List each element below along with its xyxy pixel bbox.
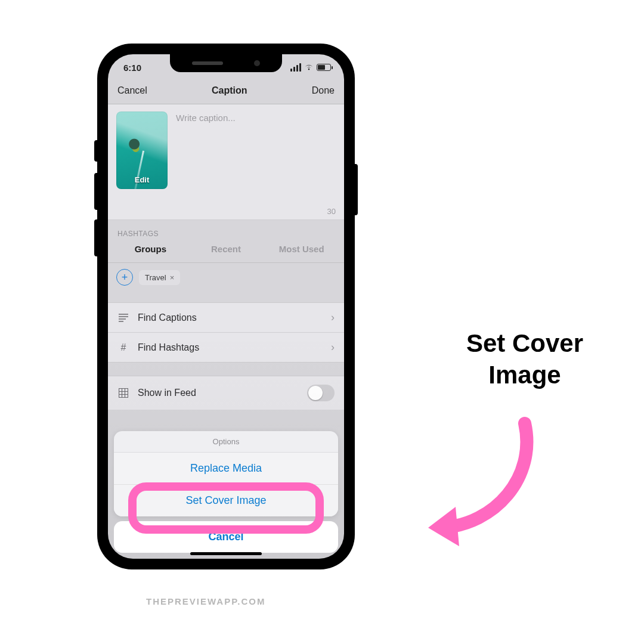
- feed-list: Show in Feed: [108, 376, 344, 410]
- grid-icon: [117, 388, 129, 398]
- wifi-icon: [304, 64, 314, 71]
- sheet-cancel[interactable]: Cancel: [114, 521, 338, 553]
- chevron-right-icon: ›: [331, 311, 335, 324]
- cancel-button[interactable]: Cancel: [117, 85, 147, 96]
- edit-label[interactable]: Edit: [116, 175, 168, 184]
- phone-frame: 6:10 Cancel Caption Done Edit Write capt…: [98, 45, 354, 568]
- phone-screen: 6:10 Cancel Caption Done Edit Write capt…: [108, 54, 344, 559]
- caption-input[interactable]: Write caption...: [176, 112, 236, 189]
- caption-section: Edit Write caption... 30: [108, 104, 344, 220]
- row-label: Find Captions: [138, 312, 197, 323]
- sheet-replace-media[interactable]: Replace Media: [114, 453, 338, 485]
- tab-most-used[interactable]: Most Used: [264, 242, 339, 256]
- row-find-captions[interactable]: Find Captions ›: [108, 303, 344, 333]
- media-thumbnail[interactable]: Edit: [116, 112, 168, 189]
- sheet-group: Options Replace Media Set Cover Image: [114, 431, 338, 516]
- hashtag-chip-travel[interactable]: Travel ×: [139, 270, 180, 285]
- battery-icon: [317, 64, 331, 71]
- arrow-icon: [417, 411, 549, 549]
- status-time: 6:10: [123, 63, 141, 73]
- action-sheet: Options Replace Media Set Cover Image Ca…: [114, 431, 338, 553]
- tab-groups[interactable]: Groups: [113, 242, 188, 256]
- chevron-right-icon: ›: [331, 341, 335, 354]
- page-title: Caption: [212, 85, 247, 96]
- hashtag-icon: #: [117, 342, 129, 353]
- lines-icon: [117, 314, 129, 322]
- tab-recent[interactable]: Recent: [188, 242, 264, 256]
- done-button[interactable]: Done: [312, 85, 335, 96]
- feed-toggle[interactable]: [307, 385, 335, 401]
- actions-list: Find Captions › # Find Hashtags ›: [108, 302, 344, 363]
- chip-label: Travel: [145, 273, 166, 282]
- hashtag-tabs: Groups Recent Most Used: [108, 242, 344, 263]
- notch: [170, 54, 282, 72]
- add-hashtag-button[interactable]: +: [116, 269, 133, 286]
- row-label: Find Hashtags: [138, 342, 199, 353]
- annotation-line1: Set Cover: [466, 329, 583, 357]
- sheet-title: Options: [114, 431, 338, 453]
- caption-counter: 30: [116, 207, 336, 216]
- row-find-hashtags[interactable]: # Find Hashtags ›: [108, 333, 344, 362]
- watermark: THEPREVIEWAPP.COM: [146, 596, 265, 606]
- row-show-in-feed[interactable]: Show in Feed: [108, 376, 344, 410]
- annotation-text: Set Cover Image: [429, 328, 620, 391]
- side-button-right: [354, 164, 358, 215]
- hashtags-label: HASHTAGS: [108, 220, 344, 242]
- annotation-line2: Image: [488, 361, 561, 389]
- nav-bar: Cancel Caption Done: [108, 80, 344, 104]
- signal-icon: [290, 63, 301, 72]
- home-indicator: [190, 552, 262, 555]
- chip-remove-icon[interactable]: ×: [170, 273, 175, 282]
- sheet-set-cover-image[interactable]: Set Cover Image: [114, 485, 338, 516]
- hashtag-chips: + Travel ×: [108, 263, 344, 292]
- row-label: Show in Feed: [138, 388, 196, 398]
